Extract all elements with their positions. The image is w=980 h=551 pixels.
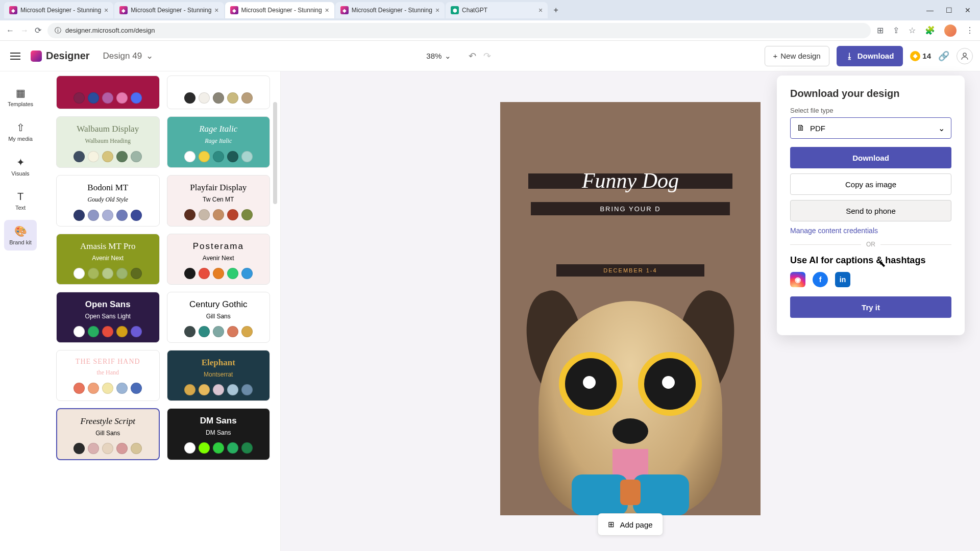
color-swatch — [88, 326, 99, 337]
share-icon[interactable]: ⇪ — [893, 26, 899, 35]
sidebar-item-text[interactable]: T Text — [4, 186, 37, 216]
color-swatch — [116, 268, 128, 279]
color-palette — [184, 326, 253, 337]
minimize-icon[interactable]: — — [926, 6, 934, 14]
brand-kit-card[interactable]: ElephantMontserrat — [167, 350, 271, 401]
dog-image[interactable] — [518, 276, 743, 515]
upload-icon: ⇧ — [16, 121, 25, 134]
browser-tab[interactable]: ◆Microsoft Designer - Stunning× — [335, 2, 445, 18]
color-swatch — [102, 443, 113, 454]
color-swatch — [241, 326, 253, 337]
browser-tab[interactable]: ◆Microsoft Designer - Stunning× — [225, 2, 334, 18]
brand-kit-card[interactable]: Rage ItalicRage Italic — [167, 116, 271, 168]
color-swatch — [184, 268, 195, 279]
instagram-icon[interactable]: ◉ — [790, 272, 805, 287]
sidebar-item-templates[interactable]: ▦ Templates — [4, 82, 37, 112]
new-tab-button[interactable]: + — [549, 3, 563, 17]
browser-nav-bar: ← → ⟳ ⓘ designer.microsoft.com/design ⊞ … — [0, 20, 980, 41]
browser-tab[interactable]: ⬢ChatGPT× — [446, 2, 548, 18]
install-app-icon[interactable]: ⊞ — [877, 26, 884, 35]
browser-tab[interactable]: ◆Microsoft Designer - Stunning× — [114, 2, 224, 18]
reload-icon[interactable]: ⟳ — [35, 26, 41, 35]
sidebar-item-brandkit[interactable]: 🎨 Brand kit — [4, 220, 37, 251]
color-swatch — [199, 92, 210, 104]
undo-icon[interactable]: ↶ — [469, 51, 476, 62]
close-tab-icon[interactable]: × — [104, 6, 108, 14]
brand-kit-card[interactable]: Walbaum DisplayWalbaum Heading — [56, 116, 160, 168]
brand-kit-card[interactable] — [167, 76, 271, 109]
color-swatch — [74, 151, 85, 162]
maximize-icon[interactable]: ☐ — [946, 6, 952, 14]
brand-kit-card[interactable]: DM SansDM Sans — [167, 408, 271, 460]
color-swatch — [227, 151, 238, 162]
window-controls: — ☐ ✕ — [926, 6, 976, 14]
forward-icon[interactable]: → — [20, 26, 29, 35]
sidebar-item-visuals[interactable]: ✦ Visuals — [4, 151, 37, 182]
back-icon[interactable]: ← — [6, 26, 14, 35]
share-link-icon[interactable]: 🔗 — [938, 51, 949, 62]
brand-kit-card[interactable]: Century GothicGill Sans — [167, 292, 271, 343]
send-to-phone-button[interactable]: Send to phone — [790, 200, 951, 221]
bookmark-icon[interactable]: ☆ — [909, 26, 916, 35]
address-bar[interactable]: ⓘ designer.microsoft.com/design — [47, 23, 871, 38]
color-swatch — [131, 210, 142, 221]
text-icon: T — [17, 191, 23, 203]
visuals-icon: ✦ — [16, 156, 25, 168]
linkedin-icon[interactable]: in — [835, 272, 850, 287]
design-canvas[interactable]: Funny Dog BRING YOUR D DECEMBER 1-4 — [500, 102, 761, 515]
account-icon[interactable] — [957, 48, 973, 64]
download-label: Download — [857, 52, 894, 60]
popup-title: Download your design — [790, 88, 951, 99]
canvas-area[interactable]: Funny Dog BRING YOUR D DECEMBER 1-4 ⊞ Ad… — [281, 71, 980, 551]
tab-title: Microsoft Designer - Stunning — [20, 7, 101, 14]
credits-badge[interactable]: ◆ 14 — [910, 51, 931, 61]
brand-kit-card[interactable] — [56, 76, 160, 109]
zoom-control[interactable]: 38% ⌄ — [426, 52, 451, 61]
color-palette — [74, 268, 142, 279]
browser-tab[interactable]: ◆Microsoft Designer - Stunning× — [4, 2, 113, 18]
color-swatch — [184, 326, 195, 337]
browser-menu-icon[interactable]: ⋮ — [966, 26, 974, 35]
brand-kit-card[interactable]: PosteramaAvenir Next — [167, 234, 271, 285]
brand-kit-card[interactable]: Playfair DisplayTw Cen MT — [167, 175, 271, 227]
brand-primary-font: DM Sans — [200, 416, 237, 426]
brand-secondary-font: Walbaum Heading — [85, 137, 131, 145]
brand-secondary-font: Avenir Next — [92, 255, 124, 262]
add-page-button[interactable]: ⊞ Add page — [597, 513, 663, 536]
brand-kit-card[interactable]: THE SERIF HANDthe Hand — [56, 350, 160, 401]
menu-icon[interactable] — [7, 49, 23, 63]
profile-avatar[interactable] — [944, 24, 957, 37]
copy-as-image-button[interactable]: Copy as image — [790, 173, 951, 195]
brand-kit-card[interactable]: Bodoni MTGoudy Old Style — [56, 175, 160, 227]
color-palette — [184, 442, 253, 454]
canvas-title[interactable]: Funny Dog — [500, 168, 761, 193]
sidebar-item-mymedia[interactable]: ⇧ My media — [4, 116, 37, 147]
extensions-icon[interactable]: 🧩 — [925, 26, 935, 35]
canvas-date[interactable]: DECEMBER 1-4 — [556, 264, 704, 277]
color-palette — [184, 268, 253, 279]
brand-kit-card[interactable]: Amasis MT ProAvenir Next — [56, 234, 160, 285]
try-it-button[interactable]: Try it — [790, 296, 951, 318]
facebook-icon[interactable]: f — [813, 272, 828, 287]
redo-icon[interactable]: ↷ — [483, 51, 491, 62]
brand-kit-card[interactable]: Open SansOpen Sans Light — [56, 292, 160, 343]
close-tab-icon[interactable]: × — [325, 6, 329, 14]
close-window-icon[interactable]: ✕ — [965, 6, 971, 14]
site-info-icon[interactable]: ⓘ — [55, 26, 61, 35]
logo[interactable]: Designer — [31, 50, 90, 62]
new-design-button[interactable]: + New design — [765, 46, 829, 66]
download-button[interactable]: ⭳ Download — [837, 46, 903, 66]
close-tab-icon[interactable]: × — [214, 6, 218, 14]
scrollbar-thumb[interactable] — [273, 102, 277, 204]
design-name-dropdown[interactable]: Design 49 ⌄ — [103, 51, 154, 61]
canvas-subtitle[interactable]: BRING YOUR D — [531, 202, 730, 215]
close-tab-icon[interactable]: × — [538, 6, 543, 14]
close-tab-icon[interactable]: × — [435, 6, 439, 14]
popup-download-button[interactable]: Download — [790, 147, 951, 168]
manage-credentials-link[interactable]: Manage content credentials — [790, 227, 951, 235]
brand-primary-font: Open Sans — [85, 299, 131, 310]
color-swatch — [131, 151, 142, 162]
file-type-select[interactable]: 🗎 PDF ⌄ — [790, 117, 951, 139]
brand-secondary-font: Avenir Next — [203, 255, 234, 262]
brand-kit-card[interactable]: Freestyle ScriptGill Sans — [56, 408, 160, 460]
